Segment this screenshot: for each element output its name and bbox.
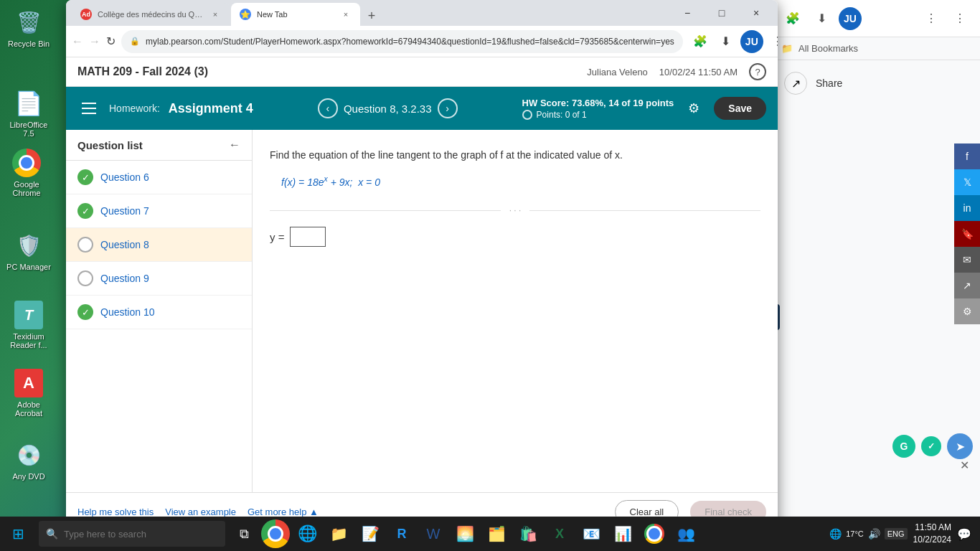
taskbar-chrome2-app[interactable] [639,518,670,550]
question-navigation: ‹ Question 8, 3.2.33 › [318,98,458,118]
grammarly-send-button[interactable]: ➤ [947,433,973,459]
question-item-7[interactable]: ✓ Question 7 [66,194,252,228]
taskbar-powerpoint-app[interactable]: 📊 [607,518,639,550]
settings-share-button[interactable]: ⚙ [954,298,980,324]
profile-avatar[interactable]: JU [740,30,763,53]
rp-download-button[interactable]: ⬇ [810,7,833,30]
language-indicator[interactable]: ENG [885,528,908,540]
taskbar-store-app[interactable]: 🛍️ [512,518,544,550]
taskbar-chrome-app[interactable] [260,518,291,550]
question-label: Question 8, 3.2.33 [344,103,432,115]
start-button[interactable]: ⊞ [0,517,36,551]
rp-bookmarks-bar[interactable]: 📁 All Bookmarks [773,37,980,60]
taskbar-r-app[interactable]: R [386,518,418,550]
menu-button[interactable]: ⋮ [766,30,778,53]
notifications-button[interactable]: 💬 [957,527,971,541]
taskbar-task-view[interactable]: ⧉ [228,518,260,550]
formula-text: f(x) = 18ex + 9x; x = 0 [281,176,380,188]
email-share-button[interactable]: ✉ [954,247,980,273]
menu-hamburger[interactable] [77,97,100,120]
prev-question-button[interactable]: ‹ [318,98,338,118]
desktop-icon-chrome[interactable]: Google Chrome [1,146,52,200]
share-label: Share [816,77,842,89]
grammarly-area: G ✓ ➤ [892,433,973,459]
rp-more-button[interactable]: ⋮ [920,7,943,30]
question-item-9[interactable]: Question 9 [66,262,252,296]
taskbar-edge-app[interactable]: 🌐 [291,518,323,550]
q10-label: Question 10 [100,306,155,318]
tab-college[interactable]: Ad Collège des médecins du Qué... × [72,3,230,26]
taskbar-outlook-app[interactable]: 📧 [575,518,607,550]
download-button[interactable]: ⬇ [715,30,738,53]
close-right-panel-button[interactable]: ✕ [956,456,973,474]
question-scroll-area[interactable]: ✓ Question 6 ✓ Question 7 Question 8 [66,161,252,492]
question-item-10[interactable]: ✓ Question 10 [66,296,252,329]
taskbar-sunrise-app[interactable]: 🌅 [449,518,481,550]
rp-avatar[interactable]: JU [839,7,862,30]
bookmark-button[interactable]: 🔖 [954,221,980,247]
tab-new-close[interactable]: × [340,9,352,20]
taskbar-notepad-app[interactable]: 📝 [354,518,386,550]
taskbar-teams-app[interactable]: 👥 [670,518,702,550]
formula-exponent: x [324,174,328,183]
help-me-solve-button[interactable]: Help me solve this [77,507,154,517]
rp-more2-button[interactable]: ⋮ [948,7,971,30]
desktop-icon-texidium[interactable]: T Texidium Reader f... [3,298,55,352]
notepad-icon: 📝 [362,525,380,542]
tab-college-close[interactable]: × [209,9,221,20]
taskbar-files-app[interactable]: 🗂️ [481,518,512,550]
taskbar-word-app[interactable]: W [418,518,449,550]
explorer-icon: 📁 [330,525,348,542]
view-example-button[interactable]: View an example [165,507,236,517]
question-item-6[interactable]: ✓ Question 6 [66,161,252,194]
outlook-icon: 📧 [583,525,600,542]
get-more-help-button[interactable]: Get more help ▲ [248,507,319,517]
sound-icon[interactable]: 🔊 [868,528,880,540]
share-icon-button[interactable]: ↗ [784,72,807,95]
new-tab-button[interactable]: + [362,6,382,26]
hw-score-label: HW Score: 73.68%, 14 of 19 points [522,98,674,108]
question-item-8[interactable]: Question 8 [66,228,252,262]
taskbar-search[interactable]: 🔍 [39,521,225,547]
window-controls: − □ × [672,0,772,26]
points-label: Points: 0 of 1 [537,110,587,120]
desktop-icon-recycle-bin[interactable]: 🗑️ Recycle Bin [3,5,55,51]
q8-status-icon [77,237,93,253]
next-question-button[interactable]: › [438,98,458,118]
browser-window: Ad Collège des médecins du Qué... × ⭐ Ne… [66,0,778,531]
points-value: 0 of 1 [565,110,587,120]
taskbar-clock[interactable]: 11:50 AM 10/2/2024 [913,522,951,546]
q9-label: Question 9 [100,273,149,284]
settings-button[interactable]: ⚙ [682,97,705,120]
facebook-share-button[interactable]: f [954,143,980,169]
back-button[interactable]: ← [72,30,83,53]
twitter-share-button[interactable]: 𝕏 [954,169,980,195]
rp-extensions-button[interactable]: 🧩 [781,7,804,30]
address-bar[interactable]: 🔒 mylab.pearson.com/Student/PlayerHomewo… [121,30,683,53]
q8-label: Question 8 [100,239,149,250]
reload-button[interactable]: ↻ [106,30,116,53]
collapse-sidebar-button[interactable]: ← [229,138,240,151]
share-button[interactable]: ↗ [954,273,980,298]
taskbar-explorer-app[interactable]: 📁 [323,518,354,550]
search-input[interactable] [64,529,218,540]
close-button[interactable]: × [740,0,772,26]
help-button[interactable]: ? [749,63,766,80]
linkedin-share-button[interactable]: in [954,195,980,221]
time-display: 11:50 AM [913,522,951,534]
desktop-icon-adobe[interactable]: A Adobe Acrobat [3,366,55,420]
desktop-icon-anydvd[interactable]: 💿 Any DVD [3,438,55,484]
network-icon[interactable]: 🌐 [829,528,842,540]
taskbar-excel-app[interactable]: X [544,518,575,550]
save-button[interactable]: Save [714,97,766,120]
tab-new[interactable]: ⭐ New Tab × [231,3,360,26]
answer-input[interactable] [290,227,326,247]
forward-button[interactable]: → [89,30,100,53]
extensions-button[interactable]: 🧩 [689,30,712,53]
anydvd-label: Any DVD [12,472,44,481]
desktop-icon-libreoffice[interactable]: 📄 LibreOffice 7.5 [3,86,55,141]
minimize-button[interactable]: − [672,0,703,26]
svg-rect-0 [82,103,96,104]
desktop-icon-pc-manager[interactable]: 🛡️ PC Manager [3,228,55,274]
maximize-button[interactable]: □ [706,0,738,26]
